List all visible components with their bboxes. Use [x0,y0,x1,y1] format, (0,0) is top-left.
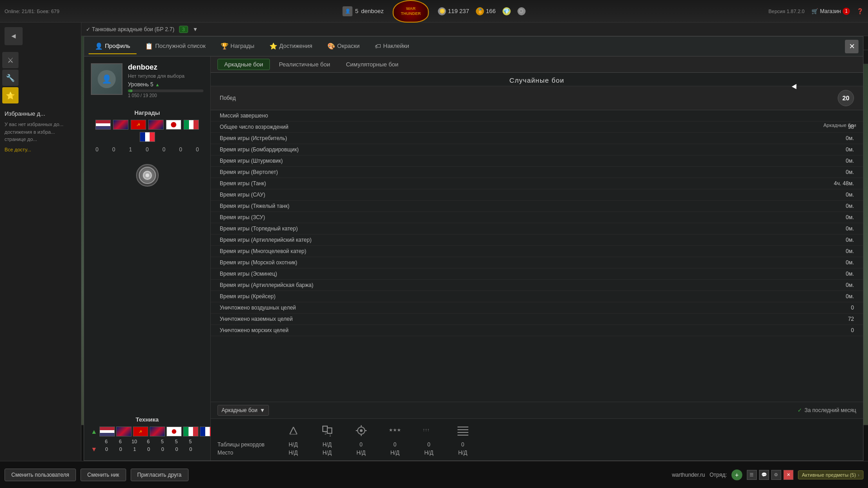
stats-area[interactable]: Побед 20 Миссий завершено Общее число во… [211,86,863,402]
award-flag-us [95,120,111,130]
stat-value-13: 0м. [846,248,854,254]
records-place-1: Н/Д [276,450,310,456]
filter-checkbox-label: За последний месяц [804,407,856,413]
award-count-6: 0 [175,146,187,153]
tab-stickers[interactable]: 🏷 Наклейки [368,39,415,54]
stat-row-6: Время игры (Вертолет) 0м. [211,167,863,178]
stat-row-18: Уничтожено воздушных целей 0 [211,302,863,314]
tab-service[interactable]: 📋 Послужной список [139,39,212,54]
tech-count-us-down: 0 [100,446,113,452]
filter-select[interactable]: Аркадные бои ▼ [217,405,269,416]
victories-row: Побед 20 [211,86,863,110]
stat-row-13: Время игры (Многоцелевой катер) 0м. [211,246,863,257]
checkmark-icon: ✓ [797,407,802,413]
random-battles-text: Случайные бои [509,76,565,84]
group-chat-icon[interactable]: 💬 [759,470,769,480]
stat-label-17: Время игры (Крейсер) [220,293,276,300]
stat-value-19: 72 [848,316,854,322]
active-items-chevron: › [858,472,859,478]
stat-label-2: Общее число возрождений [220,124,288,130]
sub-tab-simulator[interactable]: Симуляторные бои [339,59,405,70]
silver-currency: 🪙 119 237 [438,7,469,15]
award-count-4: 0 [141,146,153,153]
stat-label-9: Время игры (Тяжелый танк) [220,203,289,209]
svg-line-1 [293,427,297,434]
group-add-button[interactable]: + [731,469,742,480]
profile-panel: 👤 denboez Нет титулов для выбора Уровень… [84,56,211,460]
sub-tab-simulator-label: Симуляторные бои [346,61,398,68]
svg-rect-4 [327,428,332,433]
modal-close-button[interactable]: ✕ [845,40,859,53]
level-text: Уровень 5 [128,81,153,88]
svg-point-8 [360,429,363,432]
shop-button[interactable]: 🛒 Магазин 1 [811,8,850,15]
tab-skins-label: Окраски [337,42,360,49]
records-val-4: 0 [378,441,412,448]
svg-line-0 [290,427,293,434]
award-flag-uk [113,120,128,130]
modal-tabs: 👤 Профиль 📋 Послужной список 🏆 Награды ⭐… [84,37,863,56]
change-nick-button[interactable]: Сменить ник [80,469,126,481]
stat-label-3: Время игры (Истребитель) [220,135,287,141]
all-link[interactable]: Все досту... [5,147,76,152]
tab-achievements[interactable]: ⭐ Достижения [263,39,319,54]
sidebar-icon-3[interactable]: ⭐ [2,87,19,103]
tab-awards[interactable]: 🏆 Награды [214,39,261,54]
stat-label-16: Время игры (Артиллерийская баржа) [220,282,313,288]
tech-count-jp-up: 5 [156,439,169,444]
tech-count-jp-down: 0 [156,446,169,452]
help-button[interactable]: ❓ [857,8,863,14]
award-flag-it [184,120,199,130]
stat-value-15: 0м. [846,271,854,277]
stat-value-3: 0м. [846,135,854,141]
sub-tab-realistic[interactable]: Реалистичные бои [272,59,337,70]
sidebar-icon-1[interactable]: ⚔ [2,52,19,68]
gem-icon: 💎 [502,7,510,15]
sub-tab-realistic-label: Реалистичные бои [279,61,330,68]
invite-friend-button[interactable]: Пригласить друга [131,469,189,481]
top-bar-center: 👤 5 denboez WARTHUNDER 🪙 119 237 🏅 166 💎… [343,0,526,23]
stat-row-14: Время игры (Морской охотник) 0м. [211,257,863,268]
tech-counts-bottom: 0 0 1 0 0 0 0 [100,446,197,452]
change-user-button[interactable]: Сменить пользователя [5,469,76,481]
stat-row-15: Время игры (Эсминец) 0м. [211,268,863,280]
award-flag-ussr: ☭ [131,120,146,130]
sub-tab-arcade[interactable]: Аркадные бои [217,59,270,70]
tech-section: Техника ▲ ☭ [91,412,203,454]
records-val-6: 0 [446,441,480,448]
profile-header: 👤 denboez Нет титулов для выбора Уровень… [91,63,203,98]
stat-label-missions: Миссий завершено [220,113,268,119]
group-leave-icon[interactable]: ✕ [783,470,793,480]
tech-count-fr-down: 0 [184,446,197,452]
records-header-row: 2 1 [217,423,856,440]
tech-count-gb-down: 0 [142,446,155,452]
token-currency: ⬡ [517,7,525,15]
filter-checkbox[interactable]: ✓ За последний месяц [797,407,856,413]
battle-mode-arrow[interactable]: ▼ [193,26,198,33]
tech-count-it-down: 0 [170,446,183,452]
tech-up-icon: ▲ [91,428,97,435]
stat-value-6: 0м. [846,169,854,175]
battle-mode-badge: 3 [179,26,188,33]
active-items-button[interactable]: Активные предметы (5) › [798,470,863,479]
sidebar-collapse-btn[interactable]: ◄ [5,27,23,45]
content-panel: Аркадные бои Реалистичные бои Симуляторн… [211,56,863,460]
svg-text:↑↑↑: ↑↑↑ [423,427,429,432]
group-list-icon[interactable]: ☰ [747,470,757,480]
stickers-tab-icon: 🏷 [375,42,381,50]
player-info[interactable]: 👤 5 denboez [343,6,384,16]
stat-row-missions: Миссий завершено [211,110,863,122]
group-settings-icon[interactable]: ⚙ [771,470,781,480]
award-count-5: 0 [158,146,170,153]
stat-value-20: 0 [851,327,854,333]
sidebar-icon-2[interactable]: 🔧 [2,70,19,86]
records-icon-5: ↑↑↑ [412,423,446,440]
records-place-2: Н/Д [310,450,344,456]
profile-title: Нет титулов для выбора [128,73,203,79]
award-flag-fr [140,132,155,142]
tab-profile[interactable]: 👤 Профиль [89,39,137,54]
award-flag-jp [166,120,181,130]
war-thunder-logo: WARTHUNDER [393,0,429,23]
award-count-3: 1 [124,146,137,153]
tab-skins[interactable]: 🎨 Окраски [321,39,366,54]
